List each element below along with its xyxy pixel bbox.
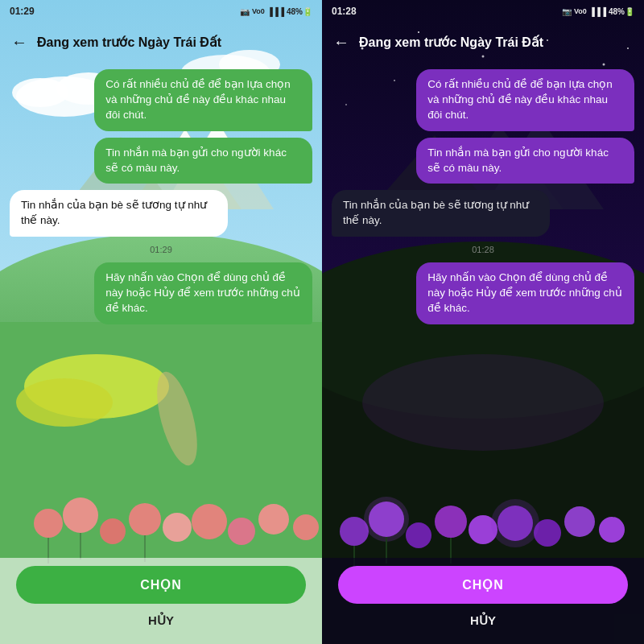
status-bar-right: 01:28 📷 Vo0 ▐▐▐ 48%🔋: [322, 0, 644, 23]
chon-button-left[interactable]: CHỌN: [16, 566, 306, 604]
timestamp-left: 01:29: [10, 245, 312, 254]
status-icons-right: 📷 Vo0 ▐▐▐ 48%🔋: [562, 7, 634, 16]
page-title-right: Đang xem trước Ngày Trái Đất: [359, 35, 543, 50]
msg-sent-3-right: Hãy nhấn vào Chọn để dùng chủ đề này hoặ…: [416, 262, 634, 324]
status-bar-left: 01:29 📷 Vo0 ▐▐▐ 48%🔋: [0, 0, 322, 23]
back-button-right[interactable]: ←: [333, 33, 349, 52]
nav-bar-right: ← Đang xem trước Ngày Trái Đất: [322, 23, 644, 61]
left-panel: 01:29 📷 Vo0 ▐▐▐ 48%🔋 ← Đang xem trước Ng…: [0, 0, 322, 644]
signal-text-right: Vo0: [574, 7, 587, 15]
signal-bars-left: ▐▐▐: [267, 7, 284, 16]
right-panel: 01:28 📷 Vo0 ▐▐▐ 48%🔋 ← Đang xem trước Ng…: [322, 0, 644, 644]
timestamp-right: 01:28: [332, 245, 634, 254]
signal-text-left: Vo0: [252, 7, 265, 15]
battery-left: 48%🔋: [287, 7, 312, 16]
camera-icon-left: 📷: [240, 7, 250, 16]
chat-area-left: Có rất nhiều chủ đề để bạn lựa chọn và n…: [0, 61, 322, 558]
back-button-left[interactable]: ←: [11, 33, 27, 52]
page-title-left: Đang xem trước Ngày Trái Đất: [37, 35, 221, 50]
msg-sent-3-left: Hãy nhấn vào Chọn để dùng chủ đề này hoặ…: [94, 262, 312, 324]
bottom-bar-right: CHỌN HỦY: [322, 558, 644, 644]
msg-recv-right: Tin nhắn của bạn bè sẽ tương tự như thế …: [332, 190, 550, 237]
msg-sent-1-right: Có rất nhiều chủ đề để bạn lựa chọn và n…: [416, 69, 634, 131]
signal-bars-right: ▐▐▐: [589, 7, 606, 16]
huy-button-left[interactable]: HỦY: [132, 610, 190, 631]
bottom-bar-left: CHỌN HỦY: [0, 558, 322, 644]
msg-recv-left: Tin nhắn của bạn bè sẽ tương tự như thế …: [10, 190, 228, 237]
battery-right: 48%🔋: [609, 7, 634, 16]
nav-bar-left: ← Đang xem trước Ngày Trái Đất: [0, 23, 322, 61]
chon-button-right[interactable]: CHỌN: [338, 566, 628, 604]
status-icons-left: 📷 Vo0 ▐▐▐ 48%🔋: [240, 7, 312, 16]
chat-area-right: Có rất nhiều chủ đề để bạn lựa chọn và n…: [322, 61, 644, 558]
msg-sent-1-left: Có rất nhiều chủ đề để bạn lựa chọn và n…: [94, 69, 312, 131]
msg-sent-2-right: Tin nhắn mà bạn gửi cho người khác sẽ có…: [416, 138, 634, 184]
time-left: 01:29: [10, 6, 35, 17]
msg-sent-2-left: Tin nhắn mà bạn gửi cho người khác sẽ có…: [94, 138, 312, 184]
time-right: 01:28: [332, 6, 357, 17]
huy-button-right[interactable]: HỦY: [454, 610, 512, 631]
camera-icon-right: 📷: [562, 7, 572, 16]
